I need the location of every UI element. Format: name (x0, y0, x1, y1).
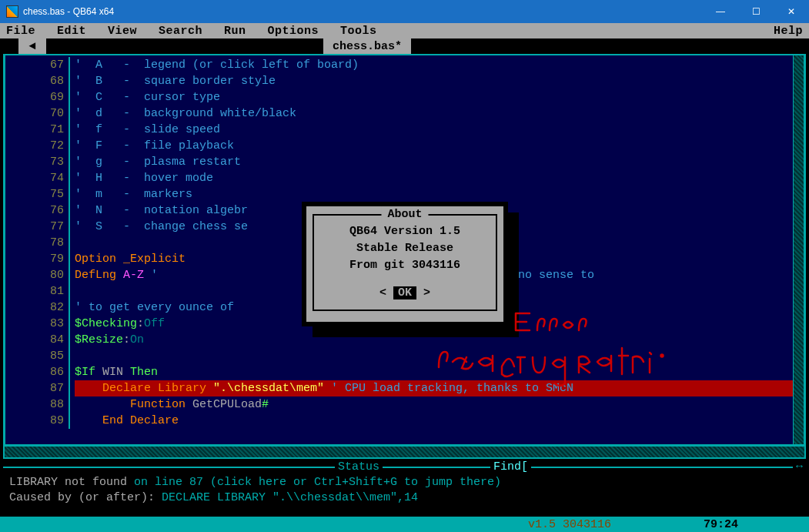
line-number: 75 (5, 186, 70, 202)
line-number: 69 (5, 89, 70, 105)
maximize-button[interactable]: ☐ (738, 0, 774, 23)
line-number: 83 (5, 316, 70, 332)
line-content[interactable]: ' H - hover mode (75, 170, 213, 186)
code-line[interactable]: 70' d - background white/black (5, 105, 804, 122)
line-number: 88 (5, 396, 70, 413)
menu-help[interactable]: Help (774, 25, 803, 38)
menu-tools[interactable]: Tools (340, 25, 377, 38)
line-number: 78 (5, 235, 70, 251)
code-line[interactable]: 68' B - square border style (5, 73, 804, 89)
code-line[interactable]: 67' A - legend (or click left of board) (5, 57, 804, 73)
code-line[interactable]: 84$Resize:On (5, 332, 804, 348)
line-number: 72 (5, 138, 70, 154)
line-number: 84 (5, 332, 70, 348)
line-number: 87 (5, 380, 70, 396)
line-number: 67 (5, 57, 70, 73)
code-line[interactable]: 72' F - file playback (5, 138, 804, 154)
line-content[interactable]: ' to get every ounce of (75, 299, 234, 316)
dialog-line1: QB64 Version 1.5 (314, 223, 496, 240)
menu-run[interactable]: Run (224, 25, 246, 38)
line-content[interactable]: Option _Explicit (75, 251, 186, 267)
line-content[interactable]: ' C - cursor type (75, 89, 220, 105)
line-content[interactable]: ' m - markers (75, 186, 192, 202)
line-content[interactable]: ' S - change chess se (75, 219, 248, 235)
line-number: 85 (5, 348, 70, 364)
status-msg2b: DECLARE LIBRARY ".\\chessdat\\mem",14 (162, 491, 418, 504)
line-number: 71 (5, 122, 70, 138)
tab-active[interactable]: chess.bas* (323, 38, 411, 54)
code-line[interactable]: 73' g - plasma restart (5, 154, 804, 170)
status-msg1a: LIBRARY not found (9, 476, 134, 489)
code-line[interactable]: 89 End Declare (5, 413, 804, 429)
close-button[interactable]: ✕ (774, 0, 809, 23)
menu-options[interactable]: Options (268, 25, 319, 38)
status-resize-icon[interactable]: ↔ (793, 460, 806, 473)
dialog-title: About (381, 206, 428, 223)
version-text: v1.5 3043116 (528, 518, 611, 531)
code-line[interactable]: 71' f - slide speed (5, 122, 804, 138)
line-content[interactable]: ' B - square border style (75, 73, 276, 89)
find-label[interactable]: Find[ (490, 460, 531, 473)
code-line[interactable]: 86$If WIN Then (5, 364, 804, 380)
line-content[interactable]: Declare Library ".\chessdat\mem" ' CPU l… (75, 380, 798, 396)
line-number: 79 (5, 251, 70, 267)
titlebar: chess.bas - QB64 x64 — ☐ ✕ (0, 0, 809, 23)
line-content[interactable]: ' A - legend (or click left of board) (75, 57, 359, 73)
line-content[interactable]: End Declare (75, 413, 179, 429)
minimize-button[interactable]: — (703, 0, 738, 23)
line-content[interactable]: ' d - background white/black (75, 105, 296, 122)
bottom-bar: v1.5 3043116 79:24 (0, 517, 809, 532)
menu-view[interactable]: View (108, 25, 137, 38)
vertical-scrollbar[interactable] (793, 55, 804, 444)
line-number: 86 (5, 364, 70, 380)
line-number: 81 (5, 283, 70, 299)
horizontal-scrollbar[interactable] (3, 447, 806, 459)
line-number: 76 (5, 202, 70, 219)
ok-button[interactable]: < OK > (379, 285, 430, 302)
menu-edit[interactable]: Edit (57, 25, 86, 38)
dialog-line3: From git 3043116 (314, 257, 496, 274)
line-content[interactable]: $Resize:On (75, 332, 144, 348)
line-number: 70 (5, 105, 70, 122)
menu-search[interactable]: Search (159, 25, 202, 38)
code-line[interactable]: 69' C - cursor type (5, 89, 804, 105)
code-line[interactable]: 88 Function GetCPULoad# (5, 396, 804, 413)
app-icon (6, 5, 18, 18)
status-label: Status (335, 460, 383, 473)
line-content[interactable]: ' f - slide speed (75, 122, 220, 138)
line-content[interactable]: ' N - notation algebr (75, 202, 248, 219)
dialog-line2: Stable Release (314, 240, 496, 257)
line-number: 73 (5, 154, 70, 170)
code-line[interactable]: 74' H - hover mode (5, 170, 804, 186)
status-msg2a: Caused by (or after): (9, 491, 162, 504)
status-header: Status Find[ ↔ (3, 460, 806, 473)
window-title: chess.bas - QB64 x64 (23, 6, 114, 17)
status-body[interactable]: LIBRARY not found on line 87 (click here… (3, 473, 806, 507)
menu-file[interactable]: File (6, 25, 35, 38)
status-msg1b[interactable]: on line 87 (click here or Ctrl+Shift+G t… (134, 476, 501, 489)
code-line[interactable]: 87 Declare Library ".\chessdat\mem" ' CP… (5, 380, 804, 396)
about-dialog: About QB64 Version 1.5 Stable Release Fr… (302, 202, 508, 326)
line-number: 74 (5, 170, 70, 186)
line-content[interactable]: ' F - file playback (75, 138, 234, 154)
line-content[interactable]: $Checking:Off (75, 316, 165, 332)
line-number: 80 (5, 267, 70, 283)
line-number: 82 (5, 299, 70, 316)
cursor-position: 79:24 (704, 518, 738, 531)
line-number: 77 (5, 219, 70, 235)
tabbar: ◄ chess.bas* (0, 38, 809, 54)
line-number: 89 (5, 413, 70, 429)
line-content[interactable]: $If WIN Then (75, 364, 158, 380)
line-number: 68 (5, 73, 70, 89)
line-content[interactable]: Function GetCPULoad# (75, 396, 269, 413)
code-line[interactable]: 85 (5, 348, 804, 364)
tab-prev-arrow[interactable]: ◄ (18, 38, 46, 54)
menubar: File Edit View Search Run Options Tools … (0, 23, 809, 38)
line-content[interactable]: ' g - plasma restart (75, 154, 241, 170)
code-line[interactable]: 75' m - markers (5, 186, 804, 202)
